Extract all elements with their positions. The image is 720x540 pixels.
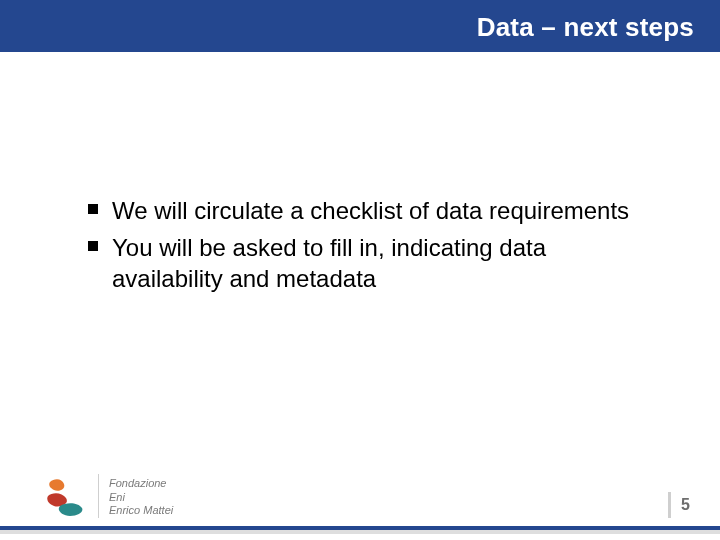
page-number-divider — [668, 492, 671, 518]
bottom-rule-shadow — [0, 530, 720, 534]
logo-mark-icon — [44, 476, 88, 518]
logo-line: Fondazione — [109, 477, 173, 491]
page-number-area: 5 — [668, 492, 690, 518]
slide: Data – next steps We will circulate a ch… — [0, 0, 720, 540]
logo-text: Fondazione Eni Enrico Mattei — [109, 477, 173, 518]
bullet-icon — [88, 241, 98, 251]
content-area: We will circulate a checklist of data re… — [88, 195, 632, 301]
bullet-icon — [88, 204, 98, 214]
logo: Fondazione Eni Enrico Mattei — [44, 474, 173, 518]
footer: Fondazione Eni Enrico Mattei 5 — [44, 464, 690, 518]
list-item: You will be asked to fill in, indicating… — [88, 232, 632, 294]
page-number: 5 — [681, 496, 690, 514]
logo-divider — [98, 474, 99, 518]
logo-line: Enrico Mattei — [109, 504, 173, 518]
bullet-text: You will be asked to fill in, indicating… — [112, 232, 632, 294]
title-bar: Data – next steps — [0, 0, 720, 52]
list-item: We will circulate a checklist of data re… — [88, 195, 632, 226]
bullet-text: We will circulate a checklist of data re… — [112, 195, 632, 226]
bottom-rule — [0, 526, 720, 530]
logo-line: Eni — [109, 491, 173, 505]
slide-title: Data – next steps — [477, 12, 694, 43]
